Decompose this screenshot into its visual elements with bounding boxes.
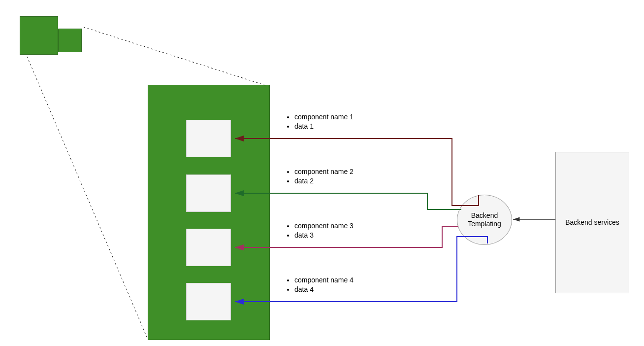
component-name-2: component name 2 — [294, 167, 354, 176]
component-labels-2: component name 2 data 2 — [286, 167, 354, 186]
component-labels-4: component name 4 data 4 — [286, 276, 354, 294]
backend-templating-label: Backend Templating — [457, 211, 512, 228]
mini-panel-front — [58, 29, 82, 52]
backend-services-label: Backend services — [565, 218, 619, 227]
backend-services-node: Backend services — [555, 152, 629, 293]
component-slot-2 — [186, 174, 231, 212]
diagram-canvas: component name 1 data 1 component name 2… — [0, 0, 644, 346]
component-slot-3 — [186, 229, 231, 266]
component-name-1: component name 1 — [294, 112, 354, 122]
component-data-1: data 1 — [294, 122, 354, 131]
component-data-4: data 4 — [294, 285, 354, 294]
component-data-2: data 2 — [294, 176, 354, 186]
component-name-4: component name 4 — [294, 276, 354, 285]
component-slot-4 — [186, 283, 231, 320]
projection-line-bottom — [27, 57, 148, 339]
component-name-3: component name 3 — [294, 221, 354, 231]
projection-line-top — [84, 27, 268, 86]
mini-panel-back — [20, 16, 58, 55]
component-data-3: data 3 — [294, 231, 354, 240]
component-slot-1 — [186, 120, 231, 157]
component-labels-3: component name 3 data 3 — [286, 221, 354, 240]
connector-4 — [235, 237, 487, 302]
backend-templating-node: Backend Templating — [457, 195, 512, 245]
component-labels-1: component name 1 data 1 — [286, 112, 354, 131]
connector-1 — [235, 138, 479, 206]
